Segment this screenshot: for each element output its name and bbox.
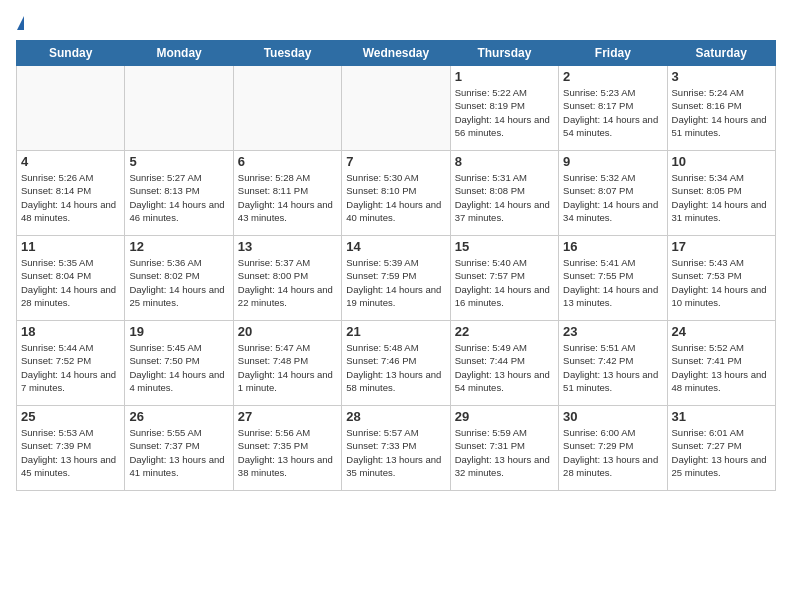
calendar-cell: 29Sunrise: 5:59 AM Sunset: 7:31 PM Dayli… [450,406,558,491]
day-number: 3 [672,69,771,84]
day-number: 5 [129,154,228,169]
day-number: 2 [563,69,662,84]
day-number: 15 [455,239,554,254]
day-number: 14 [346,239,445,254]
day-info: Sunrise: 5:34 AM Sunset: 8:05 PM Dayligh… [672,171,771,224]
calendar-cell: 5Sunrise: 5:27 AM Sunset: 8:13 PM Daylig… [125,151,233,236]
day-number: 30 [563,409,662,424]
calendar-cell: 15Sunrise: 5:40 AM Sunset: 7:57 PM Dayli… [450,236,558,321]
day-number: 7 [346,154,445,169]
calendar-cell: 12Sunrise: 5:36 AM Sunset: 8:02 PM Dayli… [125,236,233,321]
day-number: 31 [672,409,771,424]
day-number: 25 [21,409,120,424]
day-info: Sunrise: 5:56 AM Sunset: 7:35 PM Dayligh… [238,426,337,479]
day-info: Sunrise: 6:01 AM Sunset: 7:27 PM Dayligh… [672,426,771,479]
day-info: Sunrise: 5:51 AM Sunset: 7:42 PM Dayligh… [563,341,662,394]
day-number: 19 [129,324,228,339]
calendar-cell: 25Sunrise: 5:53 AM Sunset: 7:39 PM Dayli… [17,406,125,491]
calendar-cell: 31Sunrise: 6:01 AM Sunset: 7:27 PM Dayli… [667,406,775,491]
calendar-cell: 2Sunrise: 5:23 AM Sunset: 8:17 PM Daylig… [559,66,667,151]
day-number: 11 [21,239,120,254]
calendar-week-row: 4Sunrise: 5:26 AM Sunset: 8:14 PM Daylig… [17,151,776,236]
day-info: Sunrise: 5:55 AM Sunset: 7:37 PM Dayligh… [129,426,228,479]
day-info: Sunrise: 5:43 AM Sunset: 7:53 PM Dayligh… [672,256,771,309]
calendar-cell: 20Sunrise: 5:47 AM Sunset: 7:48 PM Dayli… [233,321,341,406]
calendar-cell: 16Sunrise: 5:41 AM Sunset: 7:55 PM Dayli… [559,236,667,321]
calendar-cell [233,66,341,151]
day-number: 22 [455,324,554,339]
day-number: 20 [238,324,337,339]
calendar-cell: 3Sunrise: 5:24 AM Sunset: 8:16 PM Daylig… [667,66,775,151]
day-info: Sunrise: 5:32 AM Sunset: 8:07 PM Dayligh… [563,171,662,224]
day-info: Sunrise: 5:47 AM Sunset: 7:48 PM Dayligh… [238,341,337,394]
logo-triangle-icon [17,16,24,30]
day-number: 16 [563,239,662,254]
calendar-week-row: 25Sunrise: 5:53 AM Sunset: 7:39 PM Dayli… [17,406,776,491]
day-info: Sunrise: 5:28 AM Sunset: 8:11 PM Dayligh… [238,171,337,224]
day-number: 23 [563,324,662,339]
day-info: Sunrise: 5:57 AM Sunset: 7:33 PM Dayligh… [346,426,445,479]
calendar-cell: 30Sunrise: 6:00 AM Sunset: 7:29 PM Dayli… [559,406,667,491]
day-number: 28 [346,409,445,424]
calendar-week-row: 1Sunrise: 5:22 AM Sunset: 8:19 PM Daylig… [17,66,776,151]
day-info: Sunrise: 5:35 AM Sunset: 8:04 PM Dayligh… [21,256,120,309]
day-number: 26 [129,409,228,424]
logo [16,16,24,30]
calendar-cell: 17Sunrise: 5:43 AM Sunset: 7:53 PM Dayli… [667,236,775,321]
day-info: Sunrise: 5:48 AM Sunset: 7:46 PM Dayligh… [346,341,445,394]
day-number: 12 [129,239,228,254]
calendar-cell: 24Sunrise: 5:52 AM Sunset: 7:41 PM Dayli… [667,321,775,406]
calendar-cell: 7Sunrise: 5:30 AM Sunset: 8:10 PM Daylig… [342,151,450,236]
day-info: Sunrise: 5:37 AM Sunset: 8:00 PM Dayligh… [238,256,337,309]
day-number: 17 [672,239,771,254]
calendar-cell: 18Sunrise: 5:44 AM Sunset: 7:52 PM Dayli… [17,321,125,406]
calendar-cell: 14Sunrise: 5:39 AM Sunset: 7:59 PM Dayli… [342,236,450,321]
day-of-week-header: Thursday [450,41,558,66]
calendar-cell: 23Sunrise: 5:51 AM Sunset: 7:42 PM Dayli… [559,321,667,406]
day-info: Sunrise: 5:41 AM Sunset: 7:55 PM Dayligh… [563,256,662,309]
day-of-week-header: Monday [125,41,233,66]
day-number: 8 [455,154,554,169]
day-number: 1 [455,69,554,84]
day-number: 29 [455,409,554,424]
day-number: 27 [238,409,337,424]
calendar-cell: 10Sunrise: 5:34 AM Sunset: 8:05 PM Dayli… [667,151,775,236]
day-info: Sunrise: 5:36 AM Sunset: 8:02 PM Dayligh… [129,256,228,309]
day-of-week-header: Sunday [17,41,125,66]
calendar-cell: 21Sunrise: 5:48 AM Sunset: 7:46 PM Dayli… [342,321,450,406]
day-number: 21 [346,324,445,339]
day-number: 6 [238,154,337,169]
calendar-cell [125,66,233,151]
day-info: Sunrise: 5:44 AM Sunset: 7:52 PM Dayligh… [21,341,120,394]
day-info: Sunrise: 5:39 AM Sunset: 7:59 PM Dayligh… [346,256,445,309]
calendar-cell: 28Sunrise: 5:57 AM Sunset: 7:33 PM Dayli… [342,406,450,491]
calendar-cell: 13Sunrise: 5:37 AM Sunset: 8:00 PM Dayli… [233,236,341,321]
day-of-week-header: Friday [559,41,667,66]
calendar-cell: 19Sunrise: 5:45 AM Sunset: 7:50 PM Dayli… [125,321,233,406]
day-of-week-header: Wednesday [342,41,450,66]
calendar-cell: 27Sunrise: 5:56 AM Sunset: 7:35 PM Dayli… [233,406,341,491]
day-number: 4 [21,154,120,169]
day-number: 10 [672,154,771,169]
day-info: Sunrise: 5:23 AM Sunset: 8:17 PM Dayligh… [563,86,662,139]
day-info: Sunrise: 5:30 AM Sunset: 8:10 PM Dayligh… [346,171,445,224]
calendar-cell: 9Sunrise: 5:32 AM Sunset: 8:07 PM Daylig… [559,151,667,236]
calendar-cell: 4Sunrise: 5:26 AM Sunset: 8:14 PM Daylig… [17,151,125,236]
calendar-cell [17,66,125,151]
calendar-cell: 8Sunrise: 5:31 AM Sunset: 8:08 PM Daylig… [450,151,558,236]
day-info: Sunrise: 5:49 AM Sunset: 7:44 PM Dayligh… [455,341,554,394]
day-info: Sunrise: 5:26 AM Sunset: 8:14 PM Dayligh… [21,171,120,224]
calendar-cell: 11Sunrise: 5:35 AM Sunset: 8:04 PM Dayli… [17,236,125,321]
day-info: Sunrise: 5:59 AM Sunset: 7:31 PM Dayligh… [455,426,554,479]
day-info: Sunrise: 5:45 AM Sunset: 7:50 PM Dayligh… [129,341,228,394]
day-info: Sunrise: 5:27 AM Sunset: 8:13 PM Dayligh… [129,171,228,224]
day-number: 13 [238,239,337,254]
day-of-week-header: Tuesday [233,41,341,66]
day-info: Sunrise: 5:52 AM Sunset: 7:41 PM Dayligh… [672,341,771,394]
day-info: Sunrise: 5:40 AM Sunset: 7:57 PM Dayligh… [455,256,554,309]
calendar-cell [342,66,450,151]
day-info: Sunrise: 5:53 AM Sunset: 7:39 PM Dayligh… [21,426,120,479]
day-number: 9 [563,154,662,169]
day-info: Sunrise: 5:31 AM Sunset: 8:08 PM Dayligh… [455,171,554,224]
calendar-week-row: 18Sunrise: 5:44 AM Sunset: 7:52 PM Dayli… [17,321,776,406]
